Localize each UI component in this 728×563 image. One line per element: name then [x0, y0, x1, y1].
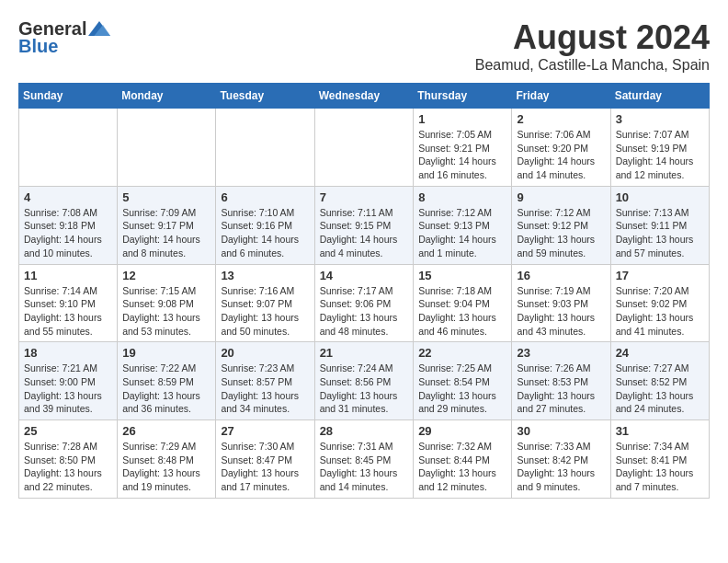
calendar-cell: 26Sunrise: 7:29 AM Sunset: 8:48 PM Dayli… [118, 420, 216, 499]
location-subtitle: Beamud, Castille-La Mancha, Spain [475, 57, 710, 74]
day-info: Sunrise: 7:11 AM Sunset: 9:15 PM Dayligh… [320, 206, 409, 260]
day-number: 15 [418, 269, 506, 282]
weekday-header-wednesday: Wednesday [314, 84, 414, 109]
day-info: Sunrise: 7:18 AM Sunset: 9:04 PM Dayligh… [418, 284, 506, 339]
day-number: 22 [418, 346, 506, 360]
day-info: Sunrise: 7:28 AM Sunset: 8:50 PM Dayligh… [24, 440, 112, 494]
day-number: 9 [517, 190, 605, 204]
day-number: 13 [221, 269, 309, 282]
day-number: 2 [517, 112, 605, 126]
calendar-table: SundayMondayTuesdayWednesdayThursdayFrid… [18, 83, 710, 499]
day-number: 31 [616, 424, 704, 438]
calendar-cell: 24Sunrise: 7:27 AM Sunset: 8:52 PM Dayli… [610, 342, 709, 420]
day-number: 8 [418, 190, 506, 204]
calendar-week-2: 4Sunrise: 7:08 AM Sunset: 9:18 PM Daylig… [19, 186, 710, 264]
day-number: 1 [418, 112, 506, 126]
day-number: 10 [616, 190, 704, 204]
weekday-header-tuesday: Tuesday [216, 84, 314, 109]
calendar-cell: 28Sunrise: 7:31 AM Sunset: 8:45 PM Dayli… [314, 420, 414, 499]
calendar-week-1: 1Sunrise: 7:05 AM Sunset: 9:21 PM Daylig… [19, 109, 710, 187]
calendar-cell: 2Sunrise: 7:06 AM Sunset: 9:20 PM Daylig… [512, 109, 610, 187]
calendar-cell: 22Sunrise: 7:25 AM Sunset: 8:54 PM Dayli… [414, 342, 512, 420]
calendar-cell: 5Sunrise: 7:09 AM Sunset: 9:17 PM Daylig… [118, 186, 216, 264]
day-number: 11 [24, 269, 112, 282]
calendar-cell: 15Sunrise: 7:18 AM Sunset: 9:04 PM Dayli… [414, 264, 512, 342]
calendar-cell: 9Sunrise: 7:12 AM Sunset: 9:12 PM Daylig… [512, 186, 610, 264]
calendar-cell [19, 109, 118, 187]
page-header: General Blue August 2024 Beamud, Castill… [18, 18, 710, 74]
day-info: Sunrise: 7:34 AM Sunset: 8:41 PM Dayligh… [616, 440, 704, 494]
calendar-cell: 17Sunrise: 7:20 AM Sunset: 9:02 PM Dayli… [610, 264, 709, 342]
calendar-cell: 7Sunrise: 7:11 AM Sunset: 9:15 PM Daylig… [314, 186, 414, 264]
calendar-cell: 8Sunrise: 7:12 AM Sunset: 9:13 PM Daylig… [414, 186, 512, 264]
calendar-cell: 23Sunrise: 7:26 AM Sunset: 8:53 PM Dayli… [512, 342, 610, 420]
month-title: August 2024 [475, 18, 710, 57]
day-number: 17 [616, 269, 704, 282]
calendar-cell [314, 109, 414, 187]
day-info: Sunrise: 7:15 AM Sunset: 9:08 PM Dayligh… [122, 284, 210, 339]
day-number: 24 [616, 346, 704, 360]
weekday-header-sunday: Sunday [19, 84, 118, 109]
calendar-cell: 18Sunrise: 7:21 AM Sunset: 9:00 PM Dayli… [19, 342, 118, 420]
day-number: 4 [24, 190, 112, 204]
calendar-cell [118, 109, 216, 187]
day-info: Sunrise: 7:20 AM Sunset: 9:02 PM Dayligh… [616, 284, 704, 339]
calendar-week-3: 11Sunrise: 7:14 AM Sunset: 9:10 PM Dayli… [19, 264, 710, 342]
day-info: Sunrise: 7:13 AM Sunset: 9:11 PM Dayligh… [616, 206, 704, 260]
calendar-cell: 13Sunrise: 7:16 AM Sunset: 9:07 PM Dayli… [216, 264, 314, 342]
day-number: 29 [418, 424, 506, 438]
calendar-cell: 12Sunrise: 7:15 AM Sunset: 9:08 PM Dayli… [118, 264, 216, 342]
calendar-cell: 10Sunrise: 7:13 AM Sunset: 9:11 PM Dayli… [610, 186, 709, 264]
day-number: 14 [320, 269, 409, 282]
day-number: 6 [221, 190, 309, 204]
day-info: Sunrise: 7:07 AM Sunset: 9:19 PM Dayligh… [616, 128, 704, 182]
calendar-cell: 20Sunrise: 7:23 AM Sunset: 8:57 PM Dayli… [216, 342, 314, 420]
weekday-header-saturday: Saturday [610, 84, 709, 109]
calendar-cell: 31Sunrise: 7:34 AM Sunset: 8:41 PM Dayli… [610, 420, 709, 499]
logo-blue: Blue [18, 36, 58, 57]
day-number: 12 [122, 269, 210, 282]
day-number: 30 [517, 424, 605, 438]
day-info: Sunrise: 7:08 AM Sunset: 9:18 PM Dayligh… [24, 206, 112, 260]
day-info: Sunrise: 7:29 AM Sunset: 8:48 PM Dayligh… [122, 440, 210, 494]
calendar-cell: 3Sunrise: 7:07 AM Sunset: 9:19 PM Daylig… [610, 109, 709, 187]
logo: General Blue [18, 18, 110, 57]
calendar-cell: 27Sunrise: 7:30 AM Sunset: 8:47 PM Dayli… [216, 420, 314, 499]
calendar-cell: 6Sunrise: 7:10 AM Sunset: 9:16 PM Daylig… [216, 186, 314, 264]
calendar-cell: 19Sunrise: 7:22 AM Sunset: 8:59 PM Dayli… [118, 342, 216, 420]
day-number: 25 [24, 424, 112, 438]
day-number: 21 [320, 346, 409, 360]
day-info: Sunrise: 7:23 AM Sunset: 8:57 PM Dayligh… [221, 362, 309, 416]
day-info: Sunrise: 7:05 AM Sunset: 9:21 PM Dayligh… [418, 128, 506, 182]
calendar-week-4: 18Sunrise: 7:21 AM Sunset: 9:00 PM Dayli… [19, 342, 710, 420]
weekday-header-row: SundayMondayTuesdayWednesdayThursdayFrid… [19, 84, 710, 109]
day-number: 27 [221, 424, 309, 438]
day-number: 23 [517, 346, 605, 360]
day-info: Sunrise: 7:31 AM Sunset: 8:45 PM Dayligh… [320, 440, 409, 494]
calendar-cell: 29Sunrise: 7:32 AM Sunset: 8:44 PM Dayli… [414, 420, 512, 499]
calendar-cell: 14Sunrise: 7:17 AM Sunset: 9:06 PM Dayli… [314, 264, 414, 342]
day-number: 3 [616, 112, 704, 126]
day-info: Sunrise: 7:10 AM Sunset: 9:16 PM Dayligh… [221, 206, 309, 260]
day-info: Sunrise: 7:12 AM Sunset: 9:13 PM Dayligh… [418, 206, 506, 260]
day-info: Sunrise: 7:27 AM Sunset: 8:52 PM Dayligh… [616, 362, 704, 416]
day-number: 5 [122, 190, 210, 204]
calendar-cell: 16Sunrise: 7:19 AM Sunset: 9:03 PM Dayli… [512, 264, 610, 342]
logo-icon [88, 21, 110, 36]
day-info: Sunrise: 7:25 AM Sunset: 8:54 PM Dayligh… [418, 362, 506, 416]
day-number: 20 [221, 346, 309, 360]
day-info: Sunrise: 7:30 AM Sunset: 8:47 PM Dayligh… [221, 440, 309, 494]
day-info: Sunrise: 7:26 AM Sunset: 8:53 PM Dayligh… [517, 362, 605, 416]
day-info: Sunrise: 7:14 AM Sunset: 9:10 PM Dayligh… [24, 284, 112, 339]
day-number: 18 [24, 346, 112, 360]
day-number: 16 [517, 269, 605, 282]
day-info: Sunrise: 7:12 AM Sunset: 9:12 PM Dayligh… [517, 206, 605, 260]
day-number: 28 [320, 424, 409, 438]
calendar-cell: 1Sunrise: 7:05 AM Sunset: 9:21 PM Daylig… [414, 109, 512, 187]
calendar-week-5: 25Sunrise: 7:28 AM Sunset: 8:50 PM Dayli… [19, 420, 710, 499]
day-info: Sunrise: 7:24 AM Sunset: 8:56 PM Dayligh… [320, 362, 409, 416]
day-info: Sunrise: 7:22 AM Sunset: 8:59 PM Dayligh… [122, 362, 210, 416]
calendar-cell: 30Sunrise: 7:33 AM Sunset: 8:42 PM Dayli… [512, 420, 610, 499]
day-info: Sunrise: 7:06 AM Sunset: 9:20 PM Dayligh… [517, 128, 605, 182]
day-info: Sunrise: 7:19 AM Sunset: 9:03 PM Dayligh… [517, 284, 605, 339]
